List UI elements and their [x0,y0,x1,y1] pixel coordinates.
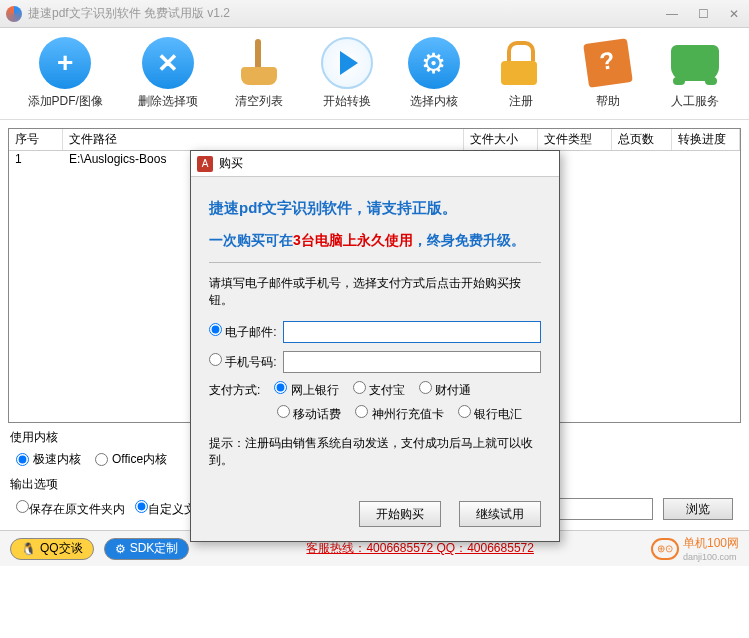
clear-list-button[interactable]: 清空列表 [233,37,285,110]
pay-tenpay-radio[interactable]: 财付通 [419,381,471,399]
gear-icon: ⚙ [421,47,446,80]
play-icon [340,51,358,75]
qq-icon: 🐧 [21,542,36,556]
qq-chat-button[interactable]: 🐧QQ交谈 [10,538,94,560]
add-pdf-button[interactable]: +添加PDF/图像 [28,37,103,110]
cross-icon: ✕ [157,48,179,79]
toolbar: +添加PDF/图像 ✕删除选择项 清空列表 开始转换 ⚙选择内核 注册 帮助 人… [0,28,749,120]
help-button[interactable]: 帮助 [582,37,634,110]
brand-logo-icon: ⊕⊙ [651,538,679,560]
col-pages: 总页数 [612,129,672,150]
phone-icon [671,45,719,81]
start-purchase-button[interactable]: 开始购买 [359,501,441,527]
window-title: 捷速pdf文字识别软件 免费试用版 v1.2 [28,5,662,22]
dialog-instruction: 请填写电子邮件或手机号，选择支付方式后点击开始购买按钮。 [209,275,541,309]
pay-alipay-radio[interactable]: 支付宝 [353,381,405,399]
dialog-tip: 提示：注册码由销售系统自动发送，支付成功后马上就可以收到。 [209,435,541,469]
purchase-dialog: A 购买 捷速pdf文字识别软件，请支持正版。 一次购买可在3台电脑上永久使用，… [190,150,560,542]
output-same-folder-radio[interactable]: 保存在原文件夹内 [16,500,125,518]
contact-phone-radio[interactable]: 手机号码: [209,353,277,371]
start-convert-button[interactable]: 开始转换 [321,37,373,110]
dialog-headline2: 一次购买可在3台电脑上永久使用，终身免费升级。 [209,232,541,250]
email-input[interactable] [283,321,541,343]
col-type: 文件类型 [538,129,612,150]
contact-email-radio[interactable]: 电子邮件: [209,323,277,341]
col-path: 文件路径 [63,129,464,150]
minimize-button[interactable]: — [662,7,682,21]
pay-mobile-radio[interactable]: 移动话费 [277,405,341,423]
titlebar: 捷速pdf文字识别软件 免费试用版 v1.2 — ☐ ✕ [0,0,749,28]
kernel-office-radio[interactable]: Office内核 [95,451,167,468]
delete-selection-button[interactable]: ✕删除选择项 [138,37,198,110]
lock-icon [501,41,541,85]
col-seq: 序号 [9,129,63,150]
pay-label: 支付方式: [209,382,260,399]
kernel-fast-radio[interactable]: 极速内核 [16,451,81,468]
continue-trial-button[interactable]: 继续试用 [459,501,541,527]
dialog-titlebar[interactable]: A 购买 [191,151,559,177]
dialog-icon: A [197,156,213,172]
register-button[interactable]: 注册 [495,37,547,110]
select-kernel-button[interactable]: ⚙选择内核 [408,37,460,110]
service-button[interactable]: 人工服务 [669,37,721,110]
pay-wire-radio[interactable]: 银行电汇 [458,405,522,423]
dialog-headline1: 捷速pdf文字识别软件，请支持正版。 [209,199,541,218]
plus-icon: + [57,47,73,79]
broom-icon [233,37,285,89]
col-size: 文件大小 [464,129,538,150]
pay-szx-radio[interactable]: 神州行充值卡 [355,405,443,423]
maximize-button[interactable]: ☐ [694,7,713,21]
brand-link[interactable]: ⊕⊙ 单机100网danji100.com [651,535,739,562]
table-header: 序号 文件路径 文件大小 文件类型 总页数 转换进度 [9,129,740,151]
sdk-button[interactable]: ⚙SDK定制 [104,538,190,560]
app-logo-icon [6,6,22,22]
col-progress: 转换进度 [672,129,740,150]
pay-bank-radio[interactable]: 网上银行 [274,381,338,399]
hotline-link[interactable]: 客服热线：4006685572 QQ：4006685572 [199,540,641,557]
gear-small-icon: ⚙ [115,542,126,556]
browse-button[interactable]: 浏览 [663,498,733,520]
phone-input[interactable] [283,351,541,373]
close-button[interactable]: ✕ [725,7,743,21]
help-book-icon [583,38,633,88]
